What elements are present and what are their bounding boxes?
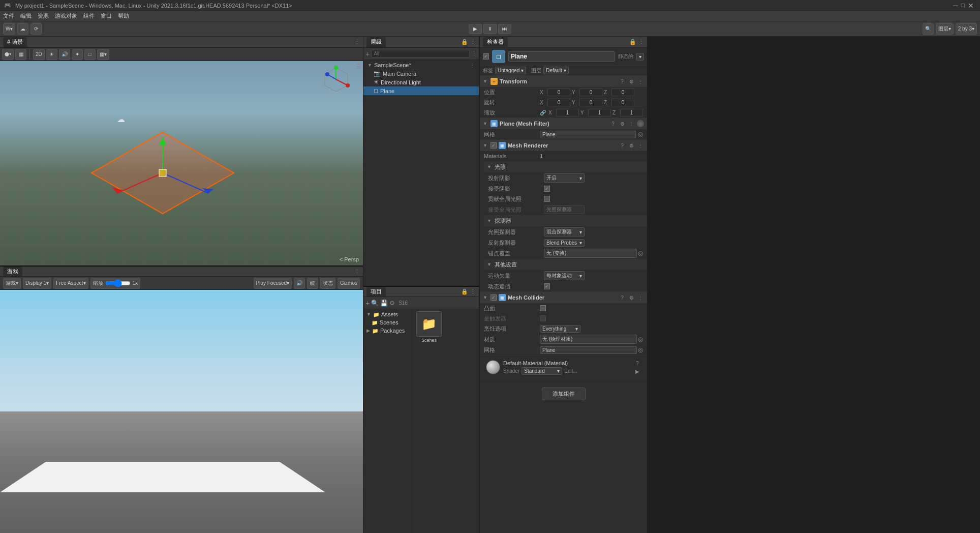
mesh-filter-header[interactable]: ▼ ▦ Plane (Mesh Filter) ? ⚙ ⋮ ◎ bbox=[480, 118, 647, 129]
material-expand-icon[interactable]: ▶ bbox=[634, 368, 641, 375]
volume-btn[interactable]: 🔊 bbox=[294, 278, 305, 289]
scene-options-btn[interactable]: ⋮ bbox=[354, 39, 360, 45]
packages-folder-item[interactable]: ▶ 📁 Packages bbox=[363, 327, 414, 335]
contribute-gi-checkbox[interactable]: ▪ bbox=[544, 196, 550, 202]
mr-enabled-checkbox[interactable]: ✓ bbox=[491, 142, 497, 149]
transform-settings-icon[interactable]: ⚙ bbox=[628, 78, 635, 85]
scene-view-mode[interactable]: ▦ bbox=[15, 49, 26, 60]
project-search-btn[interactable]: 🔍 bbox=[371, 300, 379, 307]
project-tab[interactable]: 项目 bbox=[366, 287, 386, 297]
anchor-override-field[interactable]: 无 (变换) bbox=[544, 249, 637, 258]
scene-lighting-toggle[interactable]: ☀ bbox=[46, 49, 57, 60]
hierarchy-scene-btn[interactable]: ⋮ bbox=[471, 50, 477, 57]
hierarchy-tab[interactable]: 层级 bbox=[366, 37, 386, 47]
dynamic-occlusion-checkbox[interactable]: ✓ bbox=[544, 283, 550, 289]
assets-folder-item[interactable]: ▼ 📁 Assets bbox=[363, 310, 414, 318]
transform-help-icon[interactable]: ? bbox=[619, 78, 626, 85]
mesh-value-field[interactable]: Plane bbox=[540, 131, 636, 138]
project-menu-btn[interactable]: ⋮ bbox=[470, 288, 476, 295]
mf-dot-icon[interactable]: ◎ bbox=[637, 120, 644, 127]
menu-item-edit[interactable]: 编辑 bbox=[20, 12, 32, 20]
lighting-header[interactable]: ▼ 光照 bbox=[484, 161, 647, 172]
scene-options-icon[interactable]: ⋮ bbox=[470, 63, 475, 68]
scale-y-input[interactable] bbox=[588, 109, 611, 116]
edit-shader-btn[interactable]: Edit... bbox=[564, 368, 577, 374]
play-focused-btn[interactable]: Play Focused ▾ bbox=[254, 278, 292, 289]
project-save-btn[interactable]: 💾 bbox=[380, 300, 388, 307]
light-probes-dropdown[interactable]: 混合探测器 ▾ bbox=[544, 227, 585, 236]
hierarchy-search[interactable] bbox=[371, 50, 470, 57]
play-button[interactable]: ▶ bbox=[469, 24, 482, 34]
cloud-btn[interactable]: ⟳ bbox=[30, 23, 42, 35]
shader-dropdown[interactable]: Standard ▾ bbox=[522, 367, 562, 375]
project-lock-btn[interactable]: 🔒 bbox=[461, 288, 468, 295]
probes-header[interactable]: ▼ 探测器 bbox=[484, 215, 647, 226]
collider-mesh-field[interactable]: Plane bbox=[540, 346, 637, 354]
pause-button[interactable]: ⏸ bbox=[483, 24, 497, 34]
scene-transform-tools[interactable]: ⬤▾ bbox=[2, 49, 14, 60]
material-help-icon[interactable]: ? bbox=[634, 360, 641, 367]
minimize-btn[interactable]: ─ bbox=[953, 2, 958, 10]
gizmos-btn[interactable]: Gizmos bbox=[338, 278, 360, 289]
scene-menu-btn[interactable]: ☰ bbox=[356, 63, 361, 70]
scenes-asset-item[interactable]: 📁 Scenes bbox=[416, 311, 442, 531]
zoom-slider[interactable] bbox=[105, 279, 131, 287]
scale-z-input[interactable] bbox=[620, 109, 643, 116]
stats-btn[interactable]: 统 bbox=[307, 278, 318, 289]
plane-item[interactable]: ◻ Plane bbox=[363, 86, 479, 95]
mc-overflow-icon[interactable]: ⋮ bbox=[637, 294, 644, 301]
menu-item-gameobject[interactable]: 游戏对象 bbox=[55, 12, 77, 20]
scene-grid-toggle[interactable]: ▦▾ bbox=[97, 49, 109, 60]
scene-2d-toggle[interactable]: 2D bbox=[33, 49, 45, 60]
scale-x-input[interactable] bbox=[556, 109, 579, 116]
hierarchy-menu-btn[interactable]: ⋮ bbox=[470, 39, 476, 45]
rot-z-input[interactable] bbox=[611, 99, 634, 106]
hierarchy-add-btn[interactable]: + bbox=[365, 50, 370, 58]
transform-overflow-icon[interactable]: ⋮ bbox=[637, 78, 644, 85]
transform-header[interactable]: ▼ ↔ Transform ? ⚙ ⋮ bbox=[480, 76, 647, 87]
mf-overflow-icon[interactable]: ⋮ bbox=[628, 120, 635, 127]
tag-dropdown[interactable]: Untagged ▾ bbox=[495, 67, 526, 74]
rot-x-input[interactable] bbox=[547, 99, 570, 106]
main-camera-item[interactable]: 📷 Main Camera bbox=[363, 69, 479, 78]
project-add-btn[interactable]: + bbox=[365, 299, 370, 307]
close-btn[interactable]: ✕ bbox=[968, 2, 974, 10]
scene-view[interactable]: ☁ bbox=[0, 61, 363, 265]
account-dropdown[interactable]: W▾ bbox=[3, 23, 15, 35]
pos-y-input[interactable] bbox=[579, 88, 602, 96]
layer-dropdown[interactable]: Default ▾ bbox=[543, 67, 568, 74]
collider-material-field[interactable]: 无 (物理材质) bbox=[540, 335, 637, 344]
mc-enabled-checkbox[interactable]: ✓ bbox=[491, 294, 497, 301]
search-btn[interactable]: 🔍 bbox=[923, 23, 934, 35]
inspector-lock-btn[interactable]: 🔒 bbox=[629, 39, 636, 45]
scene-root-item[interactable]: ▼ SampleScene* ⋮ bbox=[363, 61, 479, 69]
mesh-collider-header[interactable]: ▼ ✓ ▦ Mesh Collider ? ⚙ ⋮ bbox=[480, 292, 647, 303]
reflection-probes-dropdown[interactable]: Blend Probes ▾ bbox=[544, 239, 585, 247]
menu-item-help[interactable]: 帮助 bbox=[118, 12, 129, 20]
step-button[interactable]: ⏭ bbox=[498, 24, 511, 34]
scene-tab[interactable]: # 场景 bbox=[3, 37, 27, 47]
mr-overflow-icon[interactable]: ⋮ bbox=[637, 142, 644, 149]
motion-vectors-dropdown[interactable]: 每对象运动 ▾ bbox=[544, 271, 585, 280]
mf-settings-icon[interactable]: ⚙ bbox=[619, 120, 626, 127]
display-dropdown[interactable]: Display 1 ▾ bbox=[23, 278, 51, 289]
scenes-folder-item[interactable]: 📁 Scenes bbox=[363, 318, 414, 327]
mesh-select-icon[interactable]: ◎ bbox=[638, 131, 643, 138]
additional-header[interactable]: ▼ 其他设置 bbox=[484, 259, 647, 270]
mc-settings-icon[interactable]: ⚙ bbox=[628, 294, 635, 301]
layers-dropdown[interactable]: 图层 ▾ bbox=[936, 23, 954, 35]
aspect-dropdown[interactable]: Free Aspect ▾ bbox=[53, 278, 88, 289]
menu-item-component[interactable]: 组件 bbox=[83, 12, 95, 20]
rot-y-input[interactable] bbox=[579, 99, 602, 106]
pos-x-input[interactable] bbox=[547, 88, 570, 96]
scene-fx-toggle[interactable]: ✦ bbox=[72, 49, 83, 60]
static-dropdown[interactable]: ▾ bbox=[636, 53, 644, 61]
mf-help-icon[interactable]: ? bbox=[609, 120, 617, 127]
collider-mesh-select-icon[interactable]: ◎ bbox=[638, 346, 643, 353]
collider-material-select-icon[interactable]: ◎ bbox=[638, 336, 643, 343]
game-mode-dropdown[interactable]: 游戏 ▾ bbox=[3, 278, 21, 289]
layout-dropdown[interactable]: 2 by 3 ▾ bbox=[956, 23, 977, 35]
maximize-btn[interactable]: □ bbox=[961, 2, 965, 10]
game-view[interactable] bbox=[0, 290, 363, 533]
mesh-renderer-header[interactable]: ▼ ✓ ▦ Mesh Renderer ? ⚙ ⋮ bbox=[480, 140, 647, 151]
